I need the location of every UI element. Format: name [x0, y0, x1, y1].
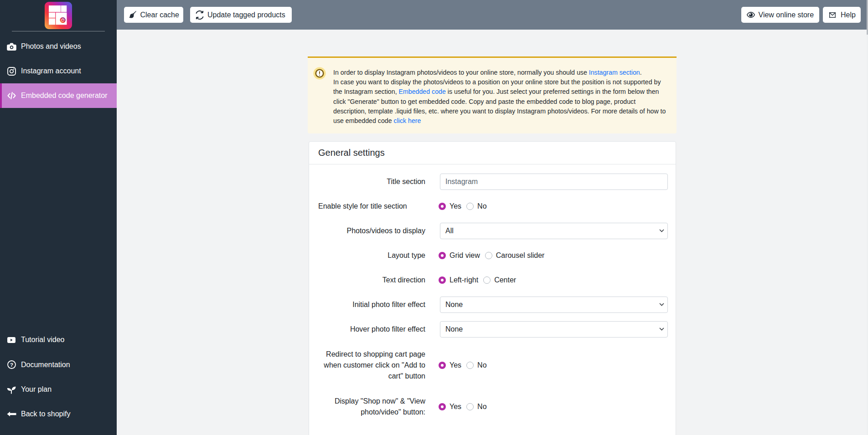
svg-text:?: ?: [10, 362, 13, 368]
